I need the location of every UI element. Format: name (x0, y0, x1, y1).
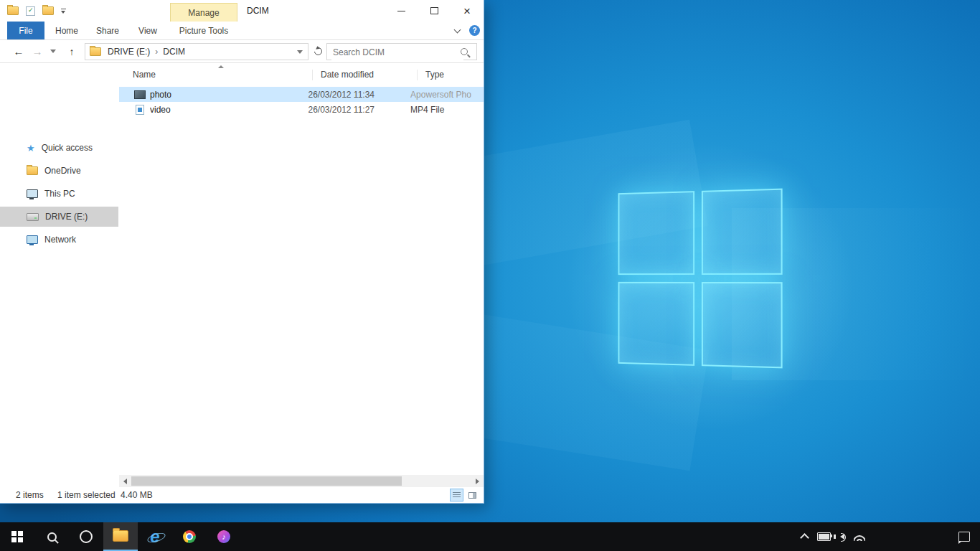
hidden-icons-chevron-icon[interactable] (800, 533, 809, 542)
search-input[interactable] (331, 44, 463, 60)
refresh-button[interactable] (311, 40, 325, 62)
large-icons-view-icon (468, 492, 476, 499)
app-folder-icon[interactable] (7, 6, 19, 15)
new-folder-icon[interactable] (42, 6, 54, 15)
file-date-modified: 26/03/2012 11:27 (308, 105, 410, 115)
maximize-button[interactable] (418, 0, 451, 22)
taskbar (0, 522, 980, 551)
tab-home[interactable]: Home (50, 22, 83, 39)
sidebar-item-this-pc[interactable]: This PC (0, 184, 118, 204)
taskbar-file-explorer-button[interactable] (103, 522, 138, 551)
computer-icon (27, 189, 38, 198)
close-button[interactable] (451, 0, 484, 22)
taskbar-search-button[interactable] (34, 522, 69, 551)
sidebar-item-label: This PC (44, 189, 75, 199)
windows-logo-pane (618, 282, 695, 366)
sidebar-item-label: Quick access (42, 143, 93, 153)
sidebar-item-network[interactable]: Network (0, 230, 118, 250)
tab-share[interactable]: Share (90, 22, 125, 39)
file-row-photo[interactable]: photo 26/03/2012 11:34 Apowersoft Pho (119, 87, 484, 102)
sidebar-item-onedrive[interactable]: OneDrive (0, 161, 118, 181)
volume-icon[interactable] (840, 534, 844, 540)
customize-qat-dropdown-icon[interactable] (61, 9, 66, 14)
up-button[interactable] (63, 40, 80, 62)
windows-logo-pane (702, 189, 783, 275)
file-explorer-icon (113, 530, 128, 542)
column-header-date-modified[interactable]: Date modified (321, 70, 374, 80)
chevron-down-icon (50, 50, 56, 53)
column-header-name[interactable]: Name (133, 70, 156, 80)
forward-button[interactable] (29, 40, 46, 62)
address-folder-icon (90, 47, 101, 56)
sidebar-item-quick-access[interactable]: Quick access (0, 138, 118, 158)
navigation-bar: DRIVE (E:) DCIM (0, 40, 484, 63)
sidebar-item-drive-e[interactable]: DRIVE (E:) (0, 207, 118, 227)
contextual-group-manage[interactable]: Manage (170, 3, 237, 22)
tab-file[interactable]: File (7, 22, 44, 39)
itunes-icon (217, 530, 230, 543)
file-name: video (150, 105, 308, 115)
breadcrumb-drive[interactable]: DRIVE (E:) (106, 47, 151, 57)
details-view-icon (453, 492, 461, 499)
file-list: Name Date modified Type photo 26/03/2012… (119, 63, 484, 475)
refresh-icon (312, 46, 323, 57)
tab-view[interactable]: View (132, 22, 164, 39)
sort-ascending-icon (218, 65, 224, 68)
file-explorer-window: Manage DCIM File Home Share View Picture… (0, 0, 484, 504)
large-icons-view-button[interactable] (466, 489, 479, 501)
sidebar-item-label: DRIVE (E:) (45, 212, 88, 222)
windows-logo-pane (702, 282, 783, 368)
ribbon-tab-row: File Home Share View Picture Tools (0, 22, 484, 40)
column-divider[interactable] (312, 70, 313, 80)
windows-logo-pane (618, 191, 695, 275)
properties-icon[interactable] (26, 6, 35, 16)
maximize-icon (430, 7, 438, 14)
search-icon (47, 532, 57, 542)
help-icon[interactable] (469, 25, 480, 36)
battery-icon[interactable] (817, 532, 831, 541)
network-icon[interactable] (854, 533, 865, 541)
scroll-right-icon[interactable] (476, 479, 479, 484)
address-bar[interactable]: DRIVE (E:) DCIM (85, 43, 308, 60)
tab-picture-tools[interactable]: Picture Tools (171, 22, 237, 39)
selection-count: 1 item selected (57, 487, 116, 503)
details-view-button[interactable] (450, 489, 463, 501)
windows-logo-wallpaper (618, 189, 783, 369)
file-type: Apowersoft Pho (410, 90, 484, 100)
scroll-left-icon[interactable] (123, 479, 127, 484)
window-title: DCIM (247, 0, 269, 22)
search-box (326, 43, 477, 60)
recent-locations-dropdown[interactable] (47, 40, 59, 62)
cortana-icon (80, 530, 93, 543)
start-button[interactable] (0, 522, 34, 551)
collapse-ribbon-chevron-icon[interactable] (454, 27, 461, 34)
minimize-button[interactable] (385, 0, 418, 22)
taskbar-chrome-button[interactable] (172, 522, 207, 551)
column-header-type[interactable]: Type (425, 70, 444, 80)
cortana-button[interactable] (69, 522, 103, 551)
back-button[interactable] (10, 40, 27, 62)
sidebar-item-label: Network (44, 235, 76, 245)
column-divider[interactable] (417, 70, 418, 80)
file-date-modified: 26/03/2012 11:34 (308, 90, 410, 100)
drive-icon (27, 213, 39, 221)
action-center-button[interactable] (958, 522, 970, 551)
window-controls (385, 0, 484, 22)
taskbar-itunes-button[interactable] (207, 522, 241, 551)
video-file-icon (134, 105, 146, 115)
search-icon[interactable] (461, 48, 468, 55)
file-row-video[interactable]: video 26/03/2012 11:27 MP4 File (119, 102, 484, 117)
notification-icon (958, 532, 970, 542)
file-name: photo (150, 90, 308, 100)
horizontal-scrollbar[interactable] (119, 475, 484, 487)
photo-file-icon (134, 90, 146, 99)
scrollbar-thumb[interactable] (131, 476, 402, 486)
system-tray (801, 522, 865, 551)
sidebar-item-label: OneDrive (44, 166, 81, 176)
address-dropdown-chevron-icon[interactable] (297, 50, 303, 54)
windows-logo-icon (11, 531, 23, 542)
titlebar[interactable]: Manage DCIM (0, 0, 484, 22)
breadcrumb-folder[interactable]: DCIM (161, 47, 187, 57)
taskbar-internet-explorer-button[interactable] (138, 522, 172, 551)
file-type: MP4 File (410, 105, 484, 115)
